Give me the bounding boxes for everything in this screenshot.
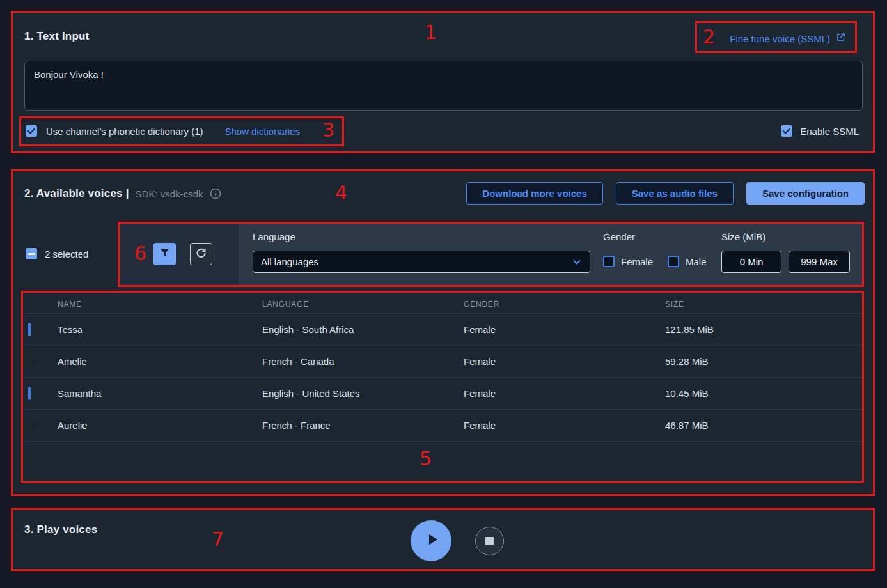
refresh-button[interactable] — [190, 243, 212, 265]
gender-filter-label: Gender — [603, 231, 635, 242]
chevron-down-icon — [570, 256, 583, 268]
info-icon[interactable] — [209, 187, 222, 200]
select-all-checkbox[interactable] — [26, 248, 37, 259]
row-checkbox[interactable] — [28, 387, 31, 400]
enable-ssml-checkbox[interactable] — [781, 125, 792, 137]
section2-title: 2. Available voices | — [24, 187, 129, 200]
voice-name: Amelie — [58, 356, 262, 367]
header-language: LANGUAGE — [262, 300, 464, 309]
language-select[interactable]: All languages — [253, 251, 590, 273]
section1-title: 1. Text Input — [24, 30, 89, 43]
filter-actions-panel — [119, 222, 239, 286]
available-voices-section: 2. Available voices | SDK: vsdk-csdk Dow… — [13, 171, 874, 493]
sdk-label: SDK: vsdk-csdk — [136, 189, 203, 199]
stop-icon — [485, 537, 494, 545]
table-row[interactable]: Tessa English - South Africa Female 121.… — [24, 314, 863, 346]
section3-title: 3. Play voices — [24, 523, 97, 536]
stop-button[interactable] — [475, 527, 504, 555]
voice-size: 46.87 MiB — [665, 420, 863, 431]
voice-name: Aurelie — [58, 420, 262, 431]
header-name: NAME — [58, 300, 262, 309]
play-icon — [421, 530, 442, 552]
voice-language: French - France — [262, 420, 464, 431]
voice-gender: Female — [464, 388, 665, 399]
play-button[interactable] — [411, 520, 451, 561]
filter-bar: Language All languages Gender Female Mal… — [119, 222, 863, 286]
size-filter-label: Size (MiB) — [721, 231, 765, 242]
header-gender: GENDER — [464, 300, 665, 309]
table-row[interactable]: Amelie French - Canada Female 59.28 MiB — [24, 346, 863, 378]
selected-count-label: 2 selected — [45, 249, 88, 259]
funnel-icon — [158, 246, 171, 262]
voice-size: 121.85 MiB — [665, 324, 863, 335]
female-checkbox[interactable] — [603, 256, 615, 267]
show-dictionaries-link[interactable]: Show dictionaries — [225, 126, 301, 137]
voices-table: NAME LANGUAGE GENDER SIZE Tessa English … — [24, 295, 863, 442]
fine-tune-voice-label: Fine tune voice (SSML) — [730, 33, 830, 44]
enable-ssml-label: Enable SSML — [800, 126, 859, 137]
voices-table-header: NAME LANGUAGE GENDER SIZE — [24, 295, 863, 314]
table-row[interactable]: Aurelie French - France Female 46.87 MiB — [24, 410, 863, 442]
text-input-section: 1. Text Input Fine tune voice (SSML) Bon… — [13, 13, 874, 151]
voice-size: 59.28 MiB — [665, 356, 863, 367]
voice-gender: Female — [464, 356, 665, 367]
refresh-icon — [194, 246, 208, 262]
voice-gender: Female — [464, 324, 665, 335]
filter-button[interactable] — [153, 243, 176, 265]
voice-gender: Female — [464, 420, 665, 431]
language-filter-label: Language — [253, 231, 295, 242]
fine-tune-voice-link[interactable]: Fine tune voice (SSML) — [730, 32, 846, 45]
voices-table-body: Tessa English - South Africa Female 121.… — [24, 314, 863, 442]
save-as-audio-files-button[interactable]: Save as audio files — [616, 182, 734, 205]
voice-language: English - South Africa — [262, 324, 464, 335]
male-checkbox[interactable] — [668, 256, 679, 267]
female-label: Female — [621, 256, 653, 267]
voice-language: English - United States — [262, 388, 464, 399]
voice-size: 10.45 MiB — [665, 388, 863, 399]
phonetic-dictionary-label: Use channel's phonetic dictionary (1) — [46, 126, 203, 137]
phonetic-dictionary-checkbox[interactable] — [26, 125, 37, 137]
play-voices-section: 3. Play voices — [13, 510, 874, 569]
voice-name: Samantha — [58, 388, 262, 399]
table-row[interactable]: Samantha English - United States Female … — [24, 378, 863, 410]
save-configuration-button[interactable]: Save configuration — [746, 182, 865, 205]
male-label: Male — [686, 256, 707, 267]
voice-name: Tessa — [58, 324, 262, 335]
tts-text-input[interactable]: Bonjour Vivoka ! — [24, 61, 863, 111]
size-min-input[interactable] — [721, 251, 781, 273]
download-more-voices-button[interactable]: Download more voices — [466, 182, 602, 205]
size-max-input[interactable] — [789, 251, 850, 273]
row-checkbox[interactable] — [28, 323, 31, 336]
voice-language: French - Canada — [262, 356, 464, 367]
language-select-value: All languages — [261, 256, 318, 267]
header-size: SIZE — [665, 300, 863, 309]
external-link-icon — [835, 32, 846, 45]
